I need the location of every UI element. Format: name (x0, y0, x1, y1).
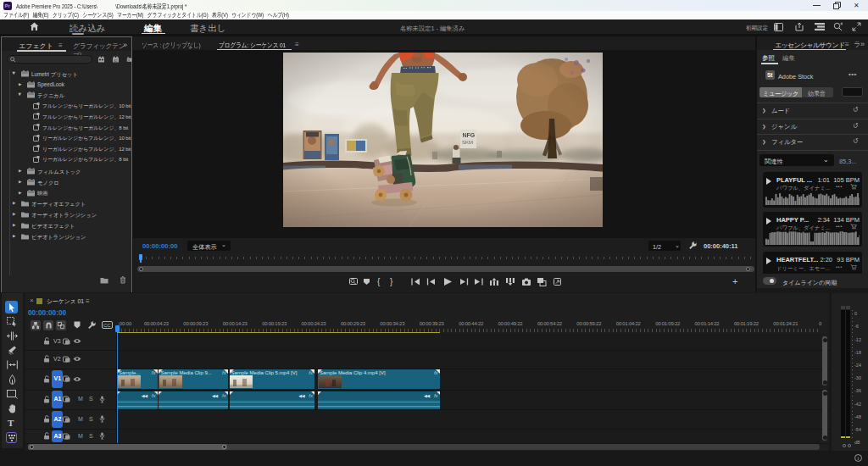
svg-text:}: } (390, 277, 393, 286)
svg-text:{: { (377, 277, 381, 286)
svg-text:32: 32 (114, 58, 118, 63)
